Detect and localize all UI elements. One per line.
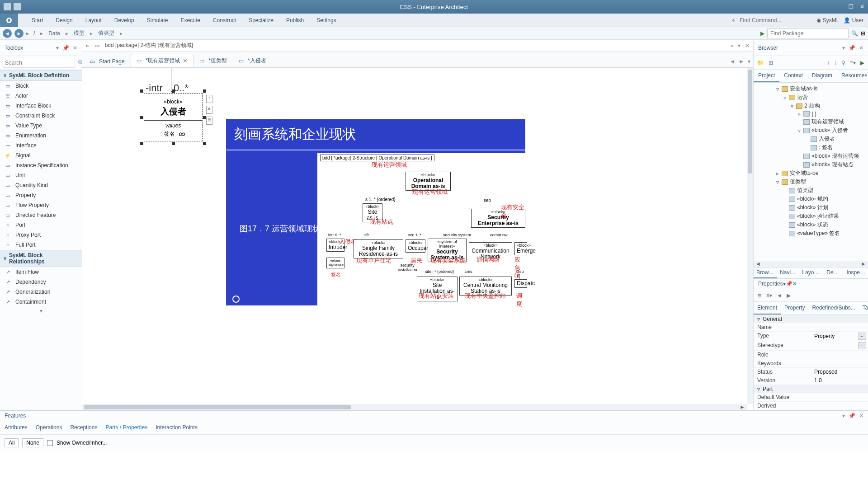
toolbox-item[interactable]: 웃Actor: [0, 91, 82, 101]
dropdown-icon[interactable]: ▾: [842, 45, 845, 51]
toolbox-item[interactable]: ▭Value Type: [0, 121, 82, 131]
tree-node[interactable]: «block» 状态: [754, 221, 868, 229]
ribbon-tab-design[interactable]: Design: [56, 14, 72, 26]
show-owned-checkbox[interactable]: [47, 440, 53, 446]
user-indicator[interactable]: 👤 User: [844, 17, 863, 23]
perspective-indicator[interactable]: ◉ SysML: [816, 17, 839, 23]
toolbox-item[interactable]: ▭Instance Specification: [0, 160, 82, 170]
tree-node[interactable]: «block» 现有运营领: [754, 152, 868, 160]
filter-all-button[interactable]: All: [5, 438, 19, 447]
tree-node[interactable]: : 签名: [754, 143, 868, 152]
tree-node[interactable]: «block» 计划: [754, 203, 868, 212]
close-icon[interactable]: ✕: [859, 413, 863, 419]
browser-bottom-tab[interactable]: Debug: [824, 267, 844, 278]
pin-icon[interactable]: 📌: [849, 413, 855, 419]
ribbon-tab-publish[interactable]: Publish: [286, 14, 304, 26]
tree-node[interactable]: ▿安全域as-is: [754, 84, 868, 93]
ribbon-tab-start[interactable]: Start: [32, 14, 43, 26]
nav-back-button[interactable]: ◄: [3, 29, 12, 38]
features-tab[interactable]: Attributes: [5, 422, 28, 432]
tree-node[interactable]: ▹{ }: [754, 110, 868, 117]
toolbox-item[interactable]: ↗Dependency: [0, 277, 82, 287]
tree-node[interactable]: «block» 规约: [754, 195, 868, 203]
minimize-icon[interactable]: —: [837, 4, 842, 10]
toolbox-item[interactable]: ○Port: [0, 220, 82, 230]
tree-node[interactable]: ▿2-结构: [754, 102, 868, 110]
dropdown-icon[interactable]: ▾: [56, 45, 59, 51]
list-icon[interactable]: ≣: [757, 292, 762, 299]
diagram-tab[interactable]: ▭Start Page: [84, 55, 131, 67]
horizontal-scrollbar[interactable]: ◄►: [82, 404, 747, 410]
find-command-input[interactable]: [740, 17, 812, 23]
browser-bottom-tab[interactable]: Inspec...: [844, 267, 868, 278]
toolbox-item[interactable]: ↗Generalization: [0, 287, 82, 297]
collapse-icon[interactable]: «: [86, 42, 89, 49]
pin-icon[interactable]: 📌: [849, 45, 855, 51]
features-tab[interactable]: Receptions: [70, 422, 97, 432]
dropdown-icon[interactable]: ▾: [738, 42, 741, 49]
ribbon-tab-develop[interactable]: Develop: [114, 14, 134, 26]
tree-node[interactable]: «valueType» 签名: [754, 229, 868, 238]
tree-node[interactable]: ▿值类型: [754, 178, 868, 186]
vertical-scrollbar[interactable]: [747, 68, 753, 404]
browser-tab[interactable]: Diagram: [807, 70, 837, 82]
browser-bottom-tab[interactable]: Navig...: [777, 267, 799, 278]
search-icon[interactable]: 🔍: [851, 30, 858, 37]
diagram-tab[interactable]: ▭*入侵者: [233, 54, 272, 67]
play-icon[interactable]: ▶: [760, 30, 764, 37]
toolbox-item[interactable]: ▭Directed Feature: [0, 210, 82, 220]
diagram-tab[interactable]: ▭*值类型: [193, 54, 233, 67]
tree-node[interactable]: «block» 现有站点: [754, 160, 868, 169]
tree-node[interactable]: 入侵者: [754, 135, 868, 143]
properties-tab[interactable]: Tags: [859, 302, 868, 314]
ribbon-tab-construct[interactable]: Construct: [213, 14, 236, 26]
close-icon[interactable]: ✕: [859, 45, 863, 51]
ribbon-tab-execute[interactable]: Execute: [180, 14, 200, 26]
close-icon[interactable]: ✕: [860, 4, 864, 10]
properties-grid[interactable]: ▿GeneralNameTypeProperty..Stereotype..Ro…: [754, 315, 868, 410]
toolbox-item[interactable]: ↗Item Flow: [0, 267, 82, 277]
project-tree[interactable]: ▿安全域as-is▿运营▿2-结构▹{ }现有运营领域▿«block» 入侵者入…: [754, 83, 868, 261]
nav-forward-button[interactable]: ►: [14, 29, 24, 38]
filter-icon[interactable]: ⚲: [841, 60, 845, 66]
properties-tab[interactable]: Redefined/Subs...: [808, 302, 859, 314]
find-package-input[interactable]: [767, 28, 849, 38]
forward-icon[interactable]: ▶: [860, 60, 864, 66]
menu-icon[interactable]: ≡▾: [850, 60, 856, 66]
toolbox-item[interactable]: ⊸Interface: [0, 141, 82, 150]
toolbox-item[interactable]: ▭Enumeration: [0, 131, 82, 141]
filter-icon[interactable]: ⊞: [861, 30, 865, 37]
breadcrumb[interactable]: /▸Data▸模型▸值类型▸: [32, 29, 124, 37]
toolbox-item[interactable]: ↗Containment: [0, 297, 82, 307]
browser-tab[interactable]: Context: [779, 70, 807, 82]
tree-node[interactable]: «block» 验证结果: [754, 212, 868, 221]
app-menu-button[interactable]: [0, 14, 18, 27]
new-icon[interactable]: ⊞: [769, 60, 773, 66]
tree-node[interactable]: 现有运营领域: [754, 117, 868, 126]
diagram-canvas[interactable]: -intr 0..* ▾ «block»入侵者 values : 签名∞ ↑≡⊟…: [82, 68, 753, 410]
up-icon[interactable]: ↑: [827, 60, 830, 66]
features-tab[interactable]: Operations: [36, 422, 62, 432]
browser-tab[interactable]: Resources: [837, 70, 868, 82]
toolbox-item[interactable]: ▭Quantity Kind: [0, 180, 82, 190]
toolbox-item[interactable]: ⚡Signal: [0, 150, 82, 160]
ribbon-tab-settings[interactable]: Settings: [316, 14, 336, 26]
back-icon[interactable]: ◄: [777, 292, 782, 299]
toolbox-item[interactable]: ○Proxy Port: [0, 230, 82, 240]
maximize-icon[interactable]: ❐: [849, 4, 854, 10]
toolbox-group-block-def[interactable]: ▿SysML Block Definition: [0, 70, 82, 81]
tree-node[interactable]: ▿«block» 入侵者: [754, 126, 868, 135]
close-icon[interactable]: ✕: [745, 42, 750, 49]
tree-node[interactable]: 值类型: [754, 186, 868, 195]
close-icon[interactable]: ✕: [183, 57, 188, 64]
toolbox-search-input[interactable]: [3, 58, 75, 68]
close-icon[interactable]: ✕: [793, 281, 797, 287]
pin-icon[interactable]: 📌: [62, 45, 69, 51]
toolbox-item[interactable]: ▭Property: [0, 190, 82, 200]
ribbon-tab-simulate[interactable]: Simulate: [147, 14, 168, 26]
forward-icon[interactable]: ▶: [787, 292, 791, 299]
toolbox-item[interactable]: ▭Constraint Block: [0, 111, 82, 121]
toolbox-item[interactable]: ▭Interface Block: [0, 101, 82, 111]
folder-icon[interactable]: 📁: [757, 60, 764, 66]
properties-tab[interactable]: Property: [781, 302, 808, 314]
